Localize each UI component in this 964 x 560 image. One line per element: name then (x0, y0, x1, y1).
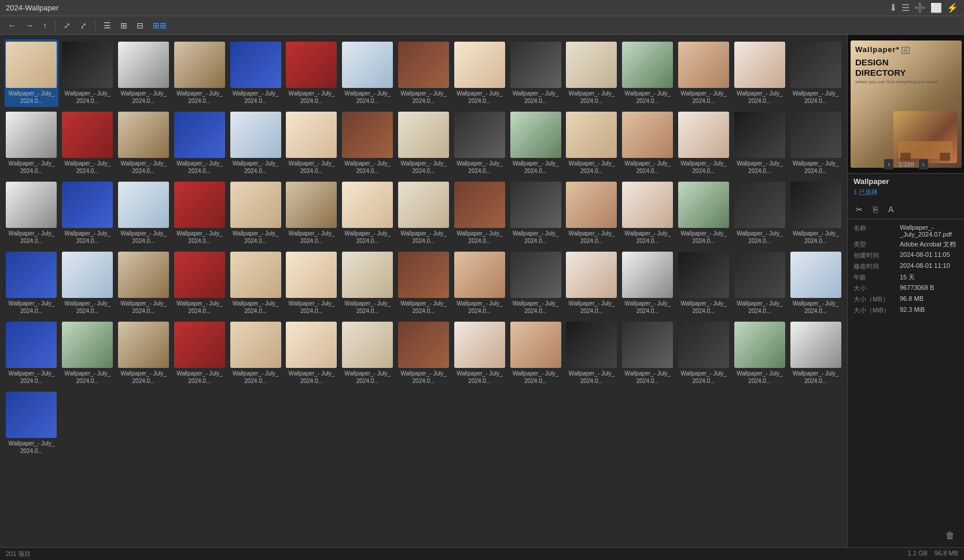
next-page-button[interactable]: › (919, 159, 928, 170)
list-item[interactable]: Wallpaper_- July_2024.0... (117, 39, 171, 107)
list-item[interactable]: Wallpaper_- July_2024.0... (565, 39, 619, 107)
grid-view-button[interactable]: ⊞⊞ (149, 19, 170, 32)
list-icon[interactable]: ☰ (902, 2, 910, 13)
detail-view-button[interactable]: ⊟ (133, 19, 147, 32)
list-item[interactable]: Wallpaper_- July_2024.0... (341, 179, 395, 247)
list-item[interactable]: Wallpaper_- July_2024.0... (341, 319, 395, 387)
delete-button[interactable]: 🗑 (942, 529, 958, 543)
list-item[interactable]: Wallpaper_- July_2024.0... (789, 179, 842, 247)
cut-button[interactable]: ✂ (853, 204, 865, 215)
list-item[interactable]: Wallpaper_- July_2024.0... (61, 109, 115, 177)
list-item[interactable]: Wallpaper_- July_2024.0... (509, 39, 562, 107)
list-item[interactable]: Wallpaper_- July_2024.0... (677, 249, 731, 317)
list-item[interactable]: Wallpaper_- July_2024.0... (733, 109, 786, 177)
list-item[interactable]: Wallpaper_- July_2024.0... (61, 179, 115, 247)
list-item[interactable]: Wallpaper_- July_2024.0... (117, 109, 171, 177)
list-item[interactable]: Wallpaper_- July_2024.0... (452, 249, 506, 317)
thumbnail-label: Wallpaper_- July_2024.0... (567, 90, 616, 105)
list-item[interactable]: Wallpaper_- July_2024.0... (172, 249, 226, 317)
list-item[interactable]: Wallpaper_- July_2024.0... (172, 109, 226, 177)
list-item[interactable]: Wallpaper_- July_2024.0... (397, 319, 451, 387)
list-item[interactable]: Wallpaper_- July_2024.0... (397, 39, 451, 107)
column-view-button[interactable]: ⊞ (117, 19, 131, 32)
list-item[interactable]: Wallpaper_- July_2024.0... (621, 319, 675, 387)
list-item[interactable]: Wallpaper_- July_2024.0... (285, 179, 338, 247)
list-view-button[interactable]: ☰ (100, 19, 115, 32)
list-item[interactable]: Wallpaper_- July_2024.0... (509, 179, 562, 247)
list-item[interactable]: Wallpaper_- July_2024.0... (61, 249, 115, 317)
list-item[interactable]: Wallpaper_- July_2024.0... (285, 319, 338, 387)
list-item[interactable]: Wallpaper_- July_2024.0... (172, 179, 226, 247)
list-item[interactable]: Wallpaper_- July_2024.0... (789, 39, 842, 107)
list-item[interactable]: Wallpaper_- July_2024.0... (5, 319, 58, 387)
rename-button[interactable]: A (886, 204, 896, 215)
list-item[interactable]: Wallpaper_- July_2024.0... (117, 179, 171, 247)
list-item[interactable]: Wallpaper_- July_2024.0... (677, 179, 731, 247)
file-grid[interactable]: Wallpaper_- July_2024.0...Wallpaper_- Ju… (0, 35, 847, 547)
list-item[interactable]: Wallpaper_- July_2024.0... (565, 179, 619, 247)
list-item[interactable]: Wallpaper_- July_2024.0... (5, 39, 58, 107)
list-item[interactable]: Wallpaper_- July_2024.0... (5, 109, 58, 177)
list-item[interactable]: Wallpaper_- July_2024.0... (733, 249, 786, 317)
list-item[interactable]: Wallpaper_- July_2024.0... (509, 319, 562, 387)
action-icon[interactable]: ⚡ (947, 2, 958, 13)
forward-button[interactable]: → (22, 19, 37, 32)
list-item[interactable]: Wallpaper_- July_2024.0... (229, 319, 282, 387)
back-button[interactable]: ← (5, 19, 20, 32)
list-item[interactable]: Wallpaper_- July_2024.0... (677, 39, 731, 107)
window-icon[interactable]: ⬜ (930, 2, 942, 13)
list-item[interactable]: Wallpaper_- July_2024.0... (509, 249, 562, 317)
list-item[interactable]: Wallpaper_- July_2024.0... (452, 319, 506, 387)
prev-page-button[interactable]: ‹ (884, 159, 893, 170)
list-item[interactable]: Wallpaper_- July_2024.0... (117, 249, 171, 317)
list-item[interactable]: Wallpaper_- July_2024.0... (733, 39, 786, 107)
list-item[interactable]: Wallpaper_- July_2024.0... (509, 109, 562, 177)
list-item[interactable]: Wallpaper_- July_2024.0... (397, 179, 451, 247)
add-icon[interactable]: ➕ (914, 2, 926, 13)
list-item[interactable]: Wallpaper_- July_2024.0... (621, 39, 675, 107)
list-item[interactable]: Wallpaper_- July_2024.0... (621, 109, 675, 177)
list-item[interactable]: Wallpaper_- July_2024.0... (565, 109, 619, 177)
share-button[interactable]: ⤤ (76, 19, 90, 32)
list-item[interactable]: Wallpaper_- July_2024.0... (229, 249, 282, 317)
list-item[interactable]: Wallpaper_- July_2024.0... (172, 319, 226, 387)
copy-button[interactable]: ⎘ (871, 204, 880, 215)
list-item[interactable]: Wallpaper_- July_2024.0... (61, 39, 115, 107)
list-item[interactable]: Wallpaper_- July_2024.0... (5, 179, 58, 247)
expand-button[interactable]: ⤢ (60, 19, 74, 32)
list-item[interactable]: Wallpaper_- July_2024.0... (397, 109, 451, 177)
list-item[interactable]: Wallpaper_- July_2024.0... (285, 39, 338, 107)
up-button[interactable]: ↑ (39, 19, 50, 32)
list-item[interactable]: Wallpaper_- July_2024.0... (565, 249, 619, 317)
list-item[interactable]: Wallpaper_- July_2024.0... (733, 179, 786, 247)
list-item[interactable]: Wallpaper_- July_2024.0... (61, 319, 115, 387)
list-item[interactable]: Wallpaper_- July_2024.0... (621, 249, 675, 317)
list-item[interactable]: Wallpaper_- July_2024.0... (789, 319, 842, 387)
list-item[interactable]: Wallpaper_- July_2024.0... (229, 39, 282, 107)
list-item[interactable]: Wallpaper_- July_2024.0... (341, 39, 395, 107)
list-item[interactable]: Wallpaper_- July_2024.0... (285, 109, 338, 177)
list-item[interactable]: Wallpaper_- July_2024.0... (5, 389, 58, 457)
list-item[interactable]: Wallpaper_- July_2024.0... (452, 179, 506, 247)
list-item[interactable]: Wallpaper_- July_2024.0... (5, 249, 58, 317)
list-item[interactable]: Wallpaper_- July_2024.0... (677, 319, 731, 387)
list-item[interactable]: Wallpaper_- July_2024.0... (621, 179, 675, 247)
list-item[interactable]: Wallpaper_- July_2024.0... (341, 249, 395, 317)
list-item[interactable]: Wallpaper_- July_2024.0... (565, 319, 619, 387)
list-item[interactable]: Wallpaper_- July_2024.0... (397, 249, 451, 317)
list-item[interactable]: Wallpaper_- July_2024.0... (117, 319, 171, 387)
furniture-illustration (893, 111, 957, 163)
list-item[interactable]: Wallpaper_- July_2024.0... (341, 109, 395, 177)
list-item[interactable]: Wallpaper_- July_2024.0... (452, 109, 506, 177)
list-item[interactable]: Wallpaper_- July_2024.0... (677, 109, 731, 177)
list-item[interactable]: Wallpaper_- July_2024.0... (285, 249, 338, 317)
list-item[interactable]: Wallpaper_- July_2024.0... (229, 109, 282, 177)
list-item[interactable]: Wallpaper_- July_2024.0... (172, 39, 226, 107)
list-item[interactable]: Wallpaper_- July_2024.0... (733, 319, 786, 387)
list-item[interactable]: Wallpaper_- July_2024.0... (452, 39, 506, 107)
list-item[interactable]: Wallpaper_- July_2024.0... (229, 179, 282, 247)
meta-row: 大小（MiB）92.3 MiB (853, 306, 958, 315)
list-item[interactable]: Wallpaper_- July_2024.0... (789, 249, 842, 317)
download-icon[interactable]: ⬇ (889, 2, 897, 13)
list-item[interactable]: Wallpaper_- July_2024.0... (789, 109, 842, 177)
